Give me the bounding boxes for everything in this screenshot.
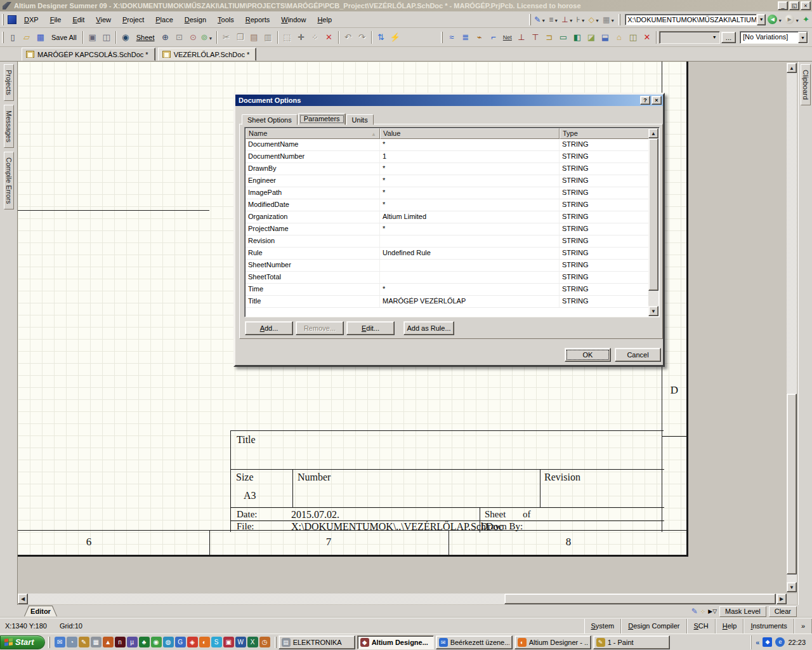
table-row[interactable]: DocumentNumber1STRING [246,151,650,163]
taskbar-button-folder-window[interactable]: ▤ELEKTRONIKA [278,635,355,649]
offsheet-connector-icon[interactable]: ◫ [626,30,640,44]
table-row[interactable]: RuleUndefined RuleSTRING [246,248,650,260]
paste-icon[interactable]: ▤ [247,30,261,44]
table-row[interactable]: ModifiedDate*STRING [246,199,650,211]
quick-launch-skype-icon[interactable]: S [211,637,222,647]
scroll-up-icon[interactable]: ▲ [648,128,658,138]
print-icon[interactable]: ▣ [86,30,100,44]
select-area-icon[interactable]: ⬚ [280,30,294,44]
table-row[interactable]: DrawnBy*STRING [246,163,650,175]
taskbar-button-altium[interactable]: ◆Altium Designe... [357,635,434,649]
minimize-button[interactable]: _ [778,1,788,10]
add-button[interactable]: Add... [245,321,293,335]
table-scroll-thumb[interactable] [648,138,658,291]
quick-launch-firefox-icon[interactable]: ◐ [199,637,210,647]
ok-button[interactable]: OK [565,348,611,362]
bus-entry-icon[interactable]: ⌐ [487,30,501,44]
table-row[interactable]: SheetNumberSTRING [246,260,650,272]
port-icon[interactable]: ⌂ [612,30,626,44]
vcc-power-port-icon[interactable]: ⊤ [528,30,542,44]
close-button[interactable]: × [801,1,811,10]
table-row[interactable]: TitleMARÓGÉP VEZÉRLŐLAPSTRING [246,296,650,308]
print-preview-icon[interactable]: ◫ [100,30,114,44]
compare-combo[interactable]: ▼ [659,31,720,44]
menu-reports[interactable]: Reports [240,14,276,25]
zoom-dropdown-icon[interactable]: ⊚▼ [200,30,214,44]
symbols-button[interactable]: ◇▼ [587,15,601,25]
save-icon[interactable]: ▦ [34,30,48,44]
toolbar-gripper[interactable] [619,14,620,25]
toolbar-gripper[interactable] [529,14,531,25]
taskbar-button-paint[interactable]: ✎1 - Paint [593,635,670,649]
help-icon[interactable]: ? [640,96,650,105]
quick-launch-paint-icon[interactable]: ✎ [79,637,89,647]
harness-entry-icon[interactable]: ⬓ [598,30,612,44]
quick-launch-utorrent-icon[interactable]: µ [127,637,138,647]
digital-devices-button[interactable]: ⊦▼ [575,15,587,25]
scroll-down-icon[interactable]: ▼ [648,306,658,316]
quick-launch-word-icon[interactable]: W [235,637,246,647]
table-row[interactable]: SheetTotalSTRING [246,272,650,284]
document-tab-1[interactable]: MARÓGÉP KAPCSOLÁS.SchDoc * [22,48,155,61]
taskbar-button-mail[interactable]: ✉Beérkezett üzene... [436,635,513,649]
zoom-area-icon[interactable]: ⊡ [173,30,187,44]
home-icon[interactable]: ✦ [802,15,809,24]
address-dropdown-button[interactable]: ▼ [757,14,766,25]
restore-button[interactable]: ◱ [789,1,799,10]
gnd-power-port-icon[interactable]: ⊥ [514,30,528,44]
mask-level-button[interactable]: Mask Level [719,606,766,617]
vertical-scrollbar[interactable]: ▲ ▼ [787,63,797,594]
dialog-tab-parameters[interactable]: Parameters [298,113,346,125]
editor-tab[interactable]: Editor [24,606,57,616]
quick-launch-mail-icon[interactable]: ✉ [55,637,65,647]
start-button[interactable]: Start [0,635,45,649]
sheet-button[interactable]: Sheet [133,30,159,44]
table-row[interactable]: Engineer*STRING [246,175,650,187]
column-header-type[interactable]: Type [560,128,650,139]
dialog-titlebar[interactable]: Document Options ? × [235,95,663,106]
menu-place[interactable]: Place [150,14,179,25]
no-erc-icon[interactable]: ✕ [640,30,654,44]
panel-button-»[interactable]: » [794,619,812,633]
menu-view[interactable]: View [90,14,117,25]
tray-altium-dxp-icon[interactable]: ◆ [763,637,772,647]
quick-launch-clock-icon[interactable]: ◔ [67,637,77,647]
selection-filter-icon[interactable]: ⁘ [700,608,705,615]
quick-launch-n-app-icon[interactable]: n [115,637,126,647]
table-row[interactable]: Time*STRING [246,284,650,296]
drawing-tools-button[interactable]: ✎▼ [533,15,547,25]
forward-button[interactable]: ▶ [785,15,794,24]
horizontal-scrollbar[interactable]: ◀ ▶ [18,594,787,604]
scroll-left-icon[interactable]: ◀ [18,594,28,604]
panel-tab-projects[interactable]: Projects [4,64,14,101]
toolbar-gripper[interactable] [441,32,443,43]
toolbar-gripper[interactable] [2,14,4,25]
panel-button-help[interactable]: Help [716,619,744,633]
play-filter-icon[interactable]: ▶▽ [708,608,717,614]
tray-ie-icon[interactable]: e [775,637,785,647]
add-as-rule-button[interactable]: Add as Rule... [403,321,454,335]
wire-tool-icon[interactable]: ≈ [445,30,459,44]
table-row[interactable]: ImagePath*STRING [246,187,650,199]
annotate-icon[interactable]: ✎ [691,607,698,616]
menu-window[interactable]: Window [275,14,311,25]
bus-tool-icon[interactable]: ≣ [459,30,473,44]
menu-project[interactable]: Project [117,14,150,25]
quick-launch-earth-icon[interactable]: ◍ [163,637,174,647]
compare-more-button[interactable]: ... [721,32,736,43]
dialog-tab-units[interactable]: Units [346,114,374,125]
panel-tab-clipboard[interactable]: Clipboard [801,64,811,105]
remove-button[interactable]: Remove... [296,321,344,335]
menu-edit[interactable]: Edit [67,14,90,25]
copy-icon[interactable]: ❐ [233,30,247,44]
sheet-symbol-icon[interactable]: ▭ [556,30,570,44]
chevron-down-icon[interactable]: ▼ [795,18,799,23]
dialog-close-icon[interactable]: × [652,96,662,105]
zoom-selection-icon[interactable]: ⊙ [187,30,200,44]
vertical-scroll-thumb[interactable] [787,394,797,574]
move-selection-icon[interactable]: ✛ [294,30,308,44]
quick-launch-green-player-icon[interactable]: ◉ [151,637,162,647]
column-header-name[interactable]: Name▲ [246,128,380,139]
menu-help[interactable]: Help [311,14,337,25]
panel-button-design-compiler[interactable]: Design Compiler [621,619,686,633]
